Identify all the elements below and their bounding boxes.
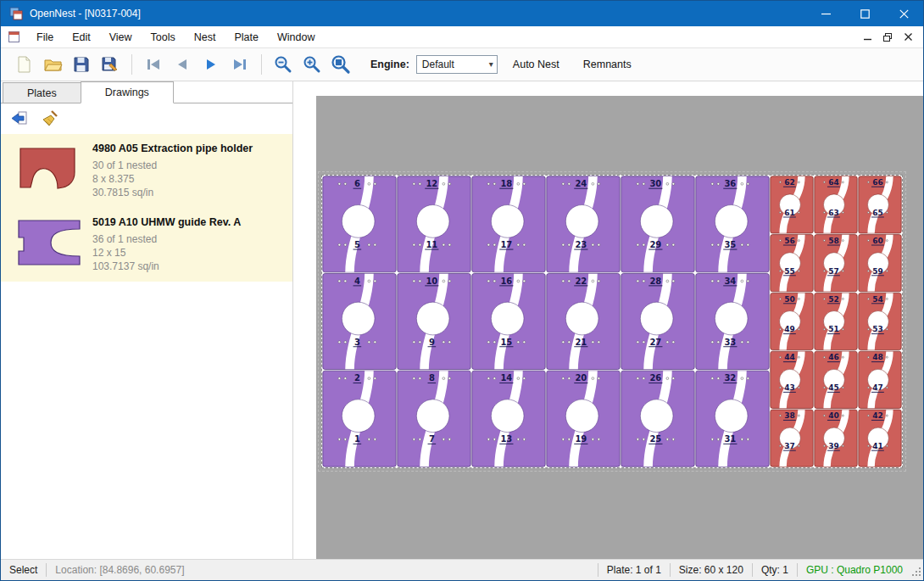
nest-tile[interactable]: 2827 [621, 273, 694, 369]
resize-grip[interactable] [911, 560, 923, 580]
svg-text:4: 4 [354, 277, 360, 286]
first-plate-button[interactable] [139, 51, 168, 78]
nest-tile[interactable]: 2423 [547, 176, 620, 272]
nest-tile[interactable]: 1817 [472, 176, 545, 272]
nest-tile[interactable]: 43 [323, 273, 396, 369]
nest-tile[interactable]: 5857 [815, 235, 857, 292]
svg-text:45: 45 [828, 383, 839, 392]
mdi-close-icon[interactable] [898, 29, 918, 46]
last-icon [231, 55, 249, 74]
nest-tile[interactable]: 5251 [815, 293, 857, 349]
nest-tile[interactable]: 3635 [696, 176, 769, 272]
nest-tile[interactable]: 3231 [696, 371, 769, 466]
plate[interactable]: 6512111817242330293635431091615222128273… [321, 175, 903, 468]
remnants-button[interactable]: Remnants [575, 53, 640, 75]
app-window: OpenNest - [N0317-004] File Edit View To… [0, 0, 924, 581]
close-button[interactable] [884, 1, 923, 26]
list-item[interactable]: 4980 A05 Extraction pipe holder 30 of 1 … [1, 134, 292, 208]
nest-tile[interactable]: 3433 [696, 273, 769, 369]
menu-window[interactable]: Window [268, 28, 324, 47]
menu-tools[interactable]: Tools [142, 28, 185, 47]
open-folder-icon [43, 55, 63, 74]
svg-text:66: 66 [872, 178, 883, 187]
nest-tile[interactable]: 65 [323, 176, 396, 272]
engine-label: Engine: [370, 59, 409, 70]
canvas-region: 6512111817242330293635431091615222128273… [293, 81, 923, 559]
nest-tile[interactable]: 109 [398, 273, 470, 369]
svg-text:49: 49 [784, 325, 795, 333]
menu-file[interactable]: File [27, 28, 63, 47]
svg-text:2: 2 [354, 373, 360, 383]
nest-tile[interactable]: 1615 [472, 273, 545, 369]
menu-plate[interactable]: Plate [225, 28, 268, 47]
nest-tile[interactable]: 6059 [859, 235, 901, 292]
save-button[interactable] [67, 51, 96, 78]
svg-text:21: 21 [575, 338, 587, 347]
save-as-button[interactable] [96, 51, 125, 78]
open-button[interactable] [38, 51, 67, 78]
maximize-button[interactable] [845, 1, 884, 26]
toolbar-separator [261, 54, 262, 75]
drawing-title: 5019 A10 UHMW guide Rev. A [92, 216, 241, 228]
nest-tile[interactable]: 5453 [859, 293, 901, 349]
nest-tile[interactable]: 1211 [398, 176, 470, 272]
nest-tile[interactable]: 4241 [859, 410, 901, 466]
nest-tile[interactable]: 87 [398, 371, 470, 466]
minimize-button[interactable] [806, 1, 845, 26]
svg-text:22: 22 [575, 277, 587, 286]
nest-tile[interactable]: 21 [323, 371, 396, 466]
nest-tile[interactable]: 2019 [547, 371, 620, 466]
drawing-area: 103.7137 sq/in [92, 260, 241, 273]
nest-tile[interactable]: 4039 [815, 410, 857, 466]
nest-canvas[interactable]: 6512111817242330293635431091615222128273… [316, 96, 923, 559]
tab-strip: Plates Drawings [1, 81, 292, 103]
nest-tile[interactable]: 3837 [771, 410, 813, 466]
nest-tile[interactable]: 6463 [815, 176, 857, 233]
nest-tile[interactable]: 6261 [771, 176, 813, 233]
svg-text:51: 51 [828, 325, 839, 333]
nest-tile[interactable]: 5049 [771, 293, 813, 349]
svg-text:38: 38 [784, 411, 795, 420]
svg-text:52: 52 [828, 295, 839, 304]
chevron-down-icon: ▾ [489, 59, 493, 69]
drawing-title: 4980 A05 Extraction pipe holder [92, 142, 253, 154]
last-plate-button[interactable] [225, 51, 254, 78]
nest-tile[interactable]: 1413 [472, 371, 545, 466]
svg-text:42: 42 [872, 411, 883, 420]
purple-part-shape-icon [15, 217, 83, 270]
nest-tile[interactable]: 2625 [621, 371, 694, 466]
mdi-minimize-icon[interactable] [857, 29, 877, 46]
engine-combobox[interactable]: Default ▾ [416, 55, 498, 74]
svg-text:14: 14 [500, 373, 512, 383]
menu-view[interactable]: View [100, 28, 142, 47]
svg-text:60: 60 [872, 237, 883, 245]
zoom-out-button[interactable] [269, 51, 298, 78]
menu-edit[interactable]: Edit [63, 28, 100, 47]
tab-drawings[interactable]: Drawings [81, 81, 174, 103]
plate-svg[interactable]: 6512111817242330293635431091615222128273… [322, 176, 902, 467]
nest-tile[interactable]: 6665 [859, 176, 901, 233]
return-part-button[interactable] [8, 107, 31, 131]
nest-tile[interactable]: 5655 [771, 235, 813, 292]
nest-tile[interactable]: 3029 [621, 176, 694, 272]
menu-nest[interactable]: Nest [185, 28, 225, 47]
new-button[interactable] [9, 51, 38, 78]
tab-plates[interactable]: Plates [3, 82, 81, 103]
part-thumbnail [6, 213, 92, 273]
nest-tile[interactable]: 4847 [859, 351, 901, 408]
svg-text:8: 8 [429, 373, 435, 383]
document-icon [8, 31, 20, 43]
mdi-restore-icon[interactable] [877, 29, 898, 46]
nest-tile[interactable]: 4645 [815, 351, 857, 408]
auto-nest-button[interactable]: Auto Nest [504, 53, 568, 75]
nest-tile[interactable]: 4443 [771, 351, 813, 408]
cleanup-button[interactable] [38, 107, 62, 131]
svg-text:13: 13 [500, 434, 512, 444]
list-item[interactable]: 5019 A10 UHMW guide Rev. A 36 of 1 neste… [1, 208, 292, 282]
drawing-size: 12 x 15 [92, 246, 241, 260]
zoom-in-button[interactable] [298, 51, 326, 78]
next-plate-button[interactable] [197, 51, 225, 78]
previous-plate-button[interactable] [168, 51, 197, 78]
nest-tile[interactable]: 2221 [547, 273, 620, 369]
zoom-fit-button[interactable] [326, 51, 355, 78]
